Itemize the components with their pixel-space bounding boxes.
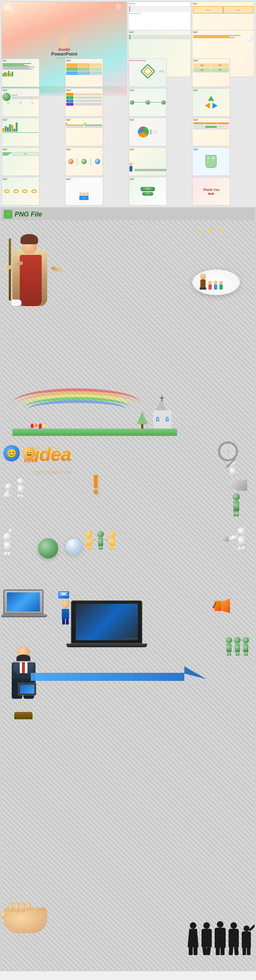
- slide-connected-circles-label: TEXT: [129, 89, 166, 92]
- glass-ball: [65, 538, 82, 555]
- slide-map[interactable]: TEXT: [192, 147, 230, 176]
- slide-bars[interactable]: TEXT: [2, 118, 40, 146]
- slide-orange-label2: TEXT: [192, 30, 254, 34]
- slide-circles-label: TEXT: [192, 59, 230, 62]
- blue-arrow: [31, 666, 206, 683]
- slide-person-label: TEXT: [129, 148, 166, 151]
- slide-text-boxes[interactable]: TEXT What's: [2, 147, 40, 176]
- silhouette-group: [188, 921, 251, 955]
- slide-text-boxes-label: TEXT: [2, 148, 39, 151]
- slide-matrix-label: TEXT: [65, 59, 103, 62]
- slide-ab-label: TEXT: [65, 118, 103, 122]
- slide-possible-change-label: TEXT Possible Change: [129, 59, 166, 62]
- slide-oval-rings-label: TEXT: [2, 177, 39, 181]
- slide-bars-label: TEXT: [2, 118, 39, 122]
- png-header: 🍀 PNG File: [2, 208, 254, 220]
- large-laptop: com.asadal: [71, 600, 144, 652]
- png-section: 🍀 PNG File ★ ★: [0, 207, 256, 971]
- slide-data-table[interactable]: TEXT: [192, 118, 230, 146]
- slide-thank-you-label: Thank You: [203, 188, 219, 192]
- slide-circles[interactable]: TEXT TEXT TEXT TEXT TEXT: [192, 59, 230, 87]
- slide-complex[interactable]: TEXT: [65, 147, 103, 176]
- slide-matrix[interactable]: TEXT: [65, 59, 103, 87]
- green-person-group: [226, 637, 249, 655]
- slide-continue-label: Continue: [128, 2, 191, 5]
- smiley-cluster: 😊 😄: [3, 445, 35, 461]
- slide-thank-you[interactable]: Thank You: [192, 177, 230, 205]
- slide-text-alt-label: TeXt: [192, 2, 254, 5]
- slide-sphere-label: TEXT: [2, 89, 39, 92]
- slides-section: Asadal PowerPoint YOUR LOGO Continue ▶ C…: [0, 0, 256, 207]
- group-scene: ★ ★ ★: [189, 226, 247, 299]
- slide-text-lower[interactable]: TexT: [2, 59, 40, 87]
- slide-3d-buttons[interactable]: TEXT idea: [129, 177, 167, 205]
- slide-data-table-label: TEXT: [192, 118, 230, 122]
- sphere-molecule: [3, 531, 11, 557]
- slide-pie[interactable]: TEXT: [129, 118, 167, 146]
- white-figures-row: [3, 476, 25, 500]
- idea-text: idea idea: [34, 443, 71, 484]
- church-building: [151, 399, 173, 429]
- jesus-figure-left: [3, 228, 69, 308]
- slide-sphere[interactable]: TEXT TEXT TEXT TEXT TEXT TEXT: [2, 88, 40, 117]
- slide-pie-label: TEXT: [129, 118, 166, 122]
- slide-possible-change[interactable]: TEXT Possible Change: [129, 59, 167, 87]
- exclamation-mark: !: [91, 471, 100, 498]
- green-sphere: [38, 538, 58, 558]
- slide-text-lower-label: TexT: [2, 59, 39, 62]
- slide-table-rows-label: TEXT: [65, 89, 103, 92]
- magnify-figure: [218, 439, 247, 476]
- slide-ab[interactable]: TEXT A B: [65, 118, 103, 146]
- png-title: PNG File: [14, 211, 42, 218]
- slide-complex-label: TEXT: [65, 148, 103, 151]
- slide-recycle-label: TEXT: [192, 89, 230, 92]
- slide-oval-rings[interactable]: TEXT: [2, 177, 40, 205]
- church-scene: [13, 388, 177, 436]
- png-icon: 🍀: [4, 210, 13, 219]
- laptop-left: [3, 589, 47, 620]
- speaker-icon: [211, 597, 240, 626]
- slide-person-text[interactable]: TEXT TEXT: [65, 177, 103, 205]
- slide-green-label: TEXT: [128, 30, 191, 34]
- running-figure: [237, 527, 245, 551]
- slide-map-label: TEXT: [192, 148, 230, 151]
- connected-figures: [86, 531, 116, 550]
- slide-connected-circles[interactable]: TEXT: [129, 88, 167, 117]
- hand-figure: [3, 908, 62, 944]
- slide-recycle[interactable]: TEXT: [192, 88, 230, 117]
- brand-powerpoint: PowerPoint: [51, 52, 78, 57]
- slide-person-text-label: TEXT: [65, 177, 103, 181]
- slide-table-rows[interactable]: TEXT T E X T: [65, 88, 103, 117]
- megaphone-figure: [214, 473, 247, 516]
- slide-person[interactable]: TEXT: [129, 147, 167, 176]
- slide-3d-buttons-label: TEXT: [129, 177, 166, 181]
- png-content: ★ ★ ★: [2, 220, 254, 970]
